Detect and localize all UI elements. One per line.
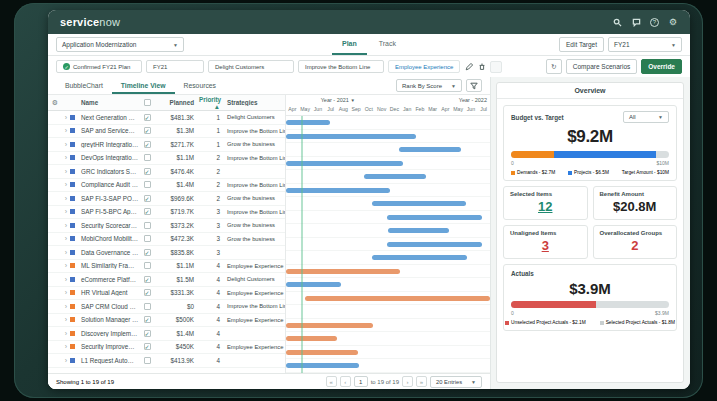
row-expand-icon[interactable]: › <box>62 181 70 188</box>
table-row[interactable]: ›eCommerce Platform through Mobile$1.5M4… <box>48 273 285 287</box>
override-button[interactable]: Override <box>641 59 682 74</box>
next-page-button[interactable]: › <box>402 376 413 387</box>
compare-scenarios-button[interactable]: Compare Scenarios <box>566 59 637 74</box>
row-checkbox[interactable] <box>144 276 151 283</box>
table-row[interactable]: ›L1 Request Automation$413.9K4 <box>48 354 285 368</box>
table-row[interactable]: ›SAP FI-5-BPC Application Upgrade$719.7K… <box>48 206 285 220</box>
col-planned[interactable]: Planned <box>155 99 199 106</box>
row-expand-icon[interactable]: › <box>62 249 70 256</box>
gantt-bar[interactable] <box>286 350 358 355</box>
row-expand-icon[interactable]: › <box>62 330 70 337</box>
tab-bubblechart[interactable]: BubbleChart <box>56 78 112 94</box>
col-strategies[interactable]: Strategies <box>223 99 285 106</box>
plan-name-chip[interactable]: ✓ Confirmed FY21 Plan <box>56 60 142 73</box>
row-expand-icon[interactable]: › <box>62 276 70 283</box>
table-row[interactable]: ›Security Improvements$450K4Employee Exp… <box>48 341 285 355</box>
rank-by-select[interactable]: Rank By Score ▼ <box>396 79 462 92</box>
tab-resources[interactable]: Resources <box>175 78 226 94</box>
table-row[interactable]: ›Solution Manager Migration to HANA$500K… <box>48 314 285 328</box>
last-page-button[interactable]: » <box>416 376 427 387</box>
col-select[interactable] <box>139 99 155 106</box>
row-checkbox[interactable] <box>144 208 151 215</box>
row-expand-icon[interactable]: › <box>62 316 70 323</box>
workspace-select[interactable]: Application Modernization ▼ <box>56 37 184 52</box>
table-row[interactable]: ›greytHR Integration with Workday$271.7K… <box>48 138 285 152</box>
tab-plan[interactable]: Plan <box>332 34 367 55</box>
row-checkbox[interactable] <box>144 127 151 134</box>
table-row[interactable]: ›SAP CRM Cloud Migration$04Improve the B… <box>48 300 285 314</box>
row-checkbox[interactable] <box>144 262 151 269</box>
gantt-bar[interactable] <box>286 120 330 125</box>
gantt-bar[interactable] <box>286 282 341 287</box>
tab-track[interactable]: Track <box>369 34 406 55</box>
row-checkbox[interactable] <box>144 235 151 242</box>
row-expand-icon[interactable]: › <box>62 114 70 121</box>
table-row[interactable]: ›ML Similarity Framework$1.1M4Employee E… <box>48 260 285 274</box>
table-row[interactable]: ›HR Virtual Agent$331.3K4Employee Experi… <box>48 287 285 301</box>
gantt-bar[interactable] <box>399 147 461 152</box>
row-checkbox[interactable] <box>144 222 151 229</box>
gantt-bar[interactable] <box>286 134 416 139</box>
tab-timeline-view[interactable]: Timeline View <box>112 78 175 94</box>
gantt-bar[interactable] <box>286 363 359 368</box>
table-row[interactable]: ›DevOps Integration with Jira$1.1M2Impro… <box>48 152 285 166</box>
gantt-bar[interactable] <box>372 255 468 260</box>
goal-chip-bottom-line[interactable]: Improve the Bottom Line <box>298 60 384 73</box>
filter-button[interactable] <box>466 79 482 92</box>
table-row[interactable]: ›Data Governance in SoF and SAP Su...$83… <box>48 246 285 260</box>
row-checkbox[interactable] <box>144 357 151 364</box>
year-select-2021[interactable]: Year - 2021 ▼ <box>321 97 355 103</box>
row-checkbox[interactable] <box>144 343 151 350</box>
row-checkbox[interactable] <box>144 168 151 175</box>
row-checkbox[interactable] <box>144 316 151 323</box>
row-expand-icon[interactable]: › <box>62 154 70 161</box>
target-select[interactable]: FY21 ▼ <box>608 37 682 52</box>
table-row[interactable]: ›SAP and ServiceNow Integration$1.3M1Imp… <box>48 125 285 139</box>
table-row[interactable]: ›Next Generation Procurement$481.3K1Deli… <box>48 111 285 125</box>
help-icon[interactable]: ? <box>650 18 659 27</box>
column-settings-gear-icon[interactable]: ⚙ <box>48 99 62 107</box>
first-page-button[interactable]: « <box>326 376 337 387</box>
table-row[interactable]: ›Discovery Implementation$1.4M4 <box>48 327 285 341</box>
table-row[interactable]: ›MobiChord Mobility Management$472.3K3Gr… <box>48 233 285 247</box>
row-expand-icon[interactable]: › <box>62 303 70 310</box>
row-expand-icon[interactable]: › <box>62 357 70 364</box>
row-expand-icon[interactable]: › <box>62 262 70 269</box>
row-checkbox[interactable] <box>144 141 151 148</box>
row-checkbox[interactable] <box>144 330 151 337</box>
row-expand-icon[interactable]: › <box>62 168 70 175</box>
row-expand-icon[interactable]: › <box>62 222 70 229</box>
row-expand-icon[interactable]: › <box>62 235 70 242</box>
row-expand-icon[interactable]: › <box>62 141 70 148</box>
goal-chip-employee-experience[interactable]: Employee Experience <box>388 60 460 73</box>
col-name[interactable]: Name <box>79 99 139 106</box>
gantt-bar[interactable] <box>286 161 403 166</box>
goal-chip-delight[interactable]: Delight Customers <box>208 60 294 73</box>
edit-target-button[interactable]: Edit Target <box>559 37 604 52</box>
entries-select[interactable]: 20 Entries ▼ <box>430 376 482 388</box>
summary-card-value[interactable]: 3 <box>510 238 581 253</box>
timeframe-chip[interactable]: FY21 <box>146 60 204 73</box>
summary-card-value[interactable]: 12 <box>510 199 581 214</box>
col-priority[interactable]: Priority ▲ <box>199 96 223 110</box>
gantt-bar[interactable] <box>387 242 482 247</box>
budget-filter-select[interactable]: All ▼ <box>623 111 669 123</box>
row-expand-icon[interactable]: › <box>62 343 70 350</box>
chat-icon[interactable] <box>631 17 641 27</box>
table-row[interactable]: ›Security Scorecard Application$373.2K3G… <box>48 219 285 233</box>
gantt-bar[interactable] <box>364 174 426 179</box>
select-all-checkbox[interactable] <box>144 99 151 106</box>
gantt-bar[interactable] <box>286 323 373 328</box>
row-checkbox[interactable] <box>144 195 151 202</box>
row-checkbox[interactable] <box>144 114 151 121</box>
edit-pencil-icon[interactable] <box>464 62 473 71</box>
row-expand-icon[interactable]: › <box>62 208 70 215</box>
gantt-bar[interactable] <box>305 296 490 301</box>
row-checkbox[interactable] <box>144 303 151 310</box>
row-checkbox[interactable] <box>144 154 151 161</box>
gear-icon[interactable]: ⚙ <box>668 17 678 27</box>
prev-page-button[interactable]: ‹ <box>340 376 351 387</box>
search-icon[interactable] <box>612 17 622 27</box>
table-row[interactable]: ›GRC Indicators Supporting Data$476.4K2 <box>48 165 285 179</box>
table-row[interactable]: ›Compliance Audit System$1.4M2Improve th… <box>48 179 285 193</box>
